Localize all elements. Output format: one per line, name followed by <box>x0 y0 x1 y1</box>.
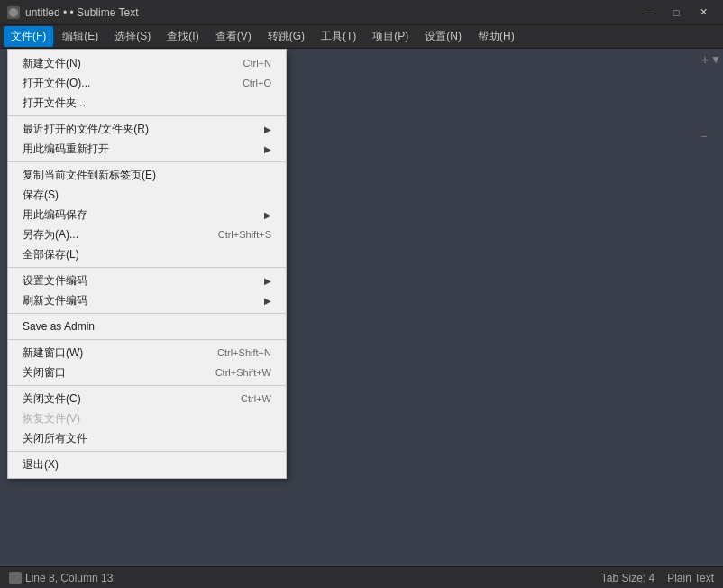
menu-refresh-encoding-arrow: ▶ <box>264 296 271 306</box>
status-left: Line 8, Column 13 <box>9 572 113 584</box>
separator-2 <box>8 161 286 162</box>
menu-save-as-label: 另存为(A)... <box>23 227 78 243</box>
svg-point-0 <box>9 8 18 17</box>
menu-recent-label: 最近打开的文件/文件夹(R) <box>23 122 149 137</box>
menu-save-encoding-arrow: ▶ <box>264 210 271 220</box>
menu-refresh-encoding[interactable]: 刷新文件编码 ▶ <box>8 290 286 310</box>
status-icon <box>9 572 22 584</box>
menu-set-encoding[interactable]: 设置文件编码 ▶ <box>8 271 286 290</box>
file-menu-dropdown: 新建文件(N) Ctrl+N 打开文件(O)... Ctrl+O 打开文件夹..… <box>7 49 287 479</box>
menu-revert-file: 恢复文件(V) <box>8 409 286 428</box>
status-tab-size[interactable]: Tab Size: 4 <box>601 572 654 584</box>
menu-open-file-label: 打开文件(O)... <box>23 76 90 91</box>
menu-recent-arrow: ▶ <box>264 124 271 134</box>
menu-copy-to-tab[interactable]: 复制当前文件到新标签页(E) <box>8 165 286 185</box>
close-button[interactable]: ✕ <box>691 4 716 22</box>
menu-save-as-admin-label: Save as Admin <box>23 320 95 333</box>
separator-5 <box>8 339 286 340</box>
menu-close-file[interactable]: 关闭文件(C) Ctrl+W <box>8 389 286 409</box>
menu-find[interactable]: 查找(I) <box>160 26 206 47</box>
menu-save[interactable]: 保存(S) <box>8 185 286 205</box>
menu-tools[interactable]: 工具(T) <box>314 26 363 47</box>
menu-help[interactable]: 帮助(H) <box>471 26 522 47</box>
menu-new-file-label: 新建文件(N) <box>23 56 81 71</box>
menu-new-window-shortcut: Ctrl+Shift+N <box>217 347 271 358</box>
menu-open-file[interactable]: 打开文件(O)... Ctrl+O <box>8 73 286 93</box>
line-indicator: – <box>701 130 707 141</box>
new-tab-button[interactable]: + <box>701 52 709 67</box>
app-icon <box>7 6 20 19</box>
minimize-button[interactable]: — <box>636 4 662 22</box>
menu-new-file-shortcut: Ctrl+N <box>243 58 271 69</box>
maximize-button[interactable]: □ <box>664 4 689 22</box>
separator-3 <box>8 267 286 268</box>
menu-close-all[interactable]: 关闭所有文件 <box>8 428 286 448</box>
status-encoding[interactable]: Plain Text <box>667 572 714 584</box>
status-line-col: Line 8, Column 13 <box>25 572 113 584</box>
menu-project[interactable]: 项目(P) <box>365 26 416 47</box>
menu-set-encoding-arrow: ▶ <box>264 276 271 286</box>
menu-bar: 文件(F) 编辑(E) 选择(S) 查找(I) 查看(V) 转跳(G) 工具(T… <box>0 25 723 49</box>
menu-close-window-label: 关闭窗口 <box>23 365 66 381</box>
menu-open-file-shortcut: Ctrl+O <box>243 78 271 88</box>
menu-close-file-shortcut: Ctrl+W <box>241 393 271 404</box>
menu-copy-to-tab-label: 复制当前文件到新标签页(E) <box>23 168 156 183</box>
menu-revert-file-label: 恢复文件(V) <box>23 411 80 427</box>
menu-new-file[interactable]: 新建文件(N) Ctrl+N <box>8 53 286 73</box>
menu-close-window-shortcut: Ctrl+Shift+W <box>215 367 271 378</box>
menu-settings[interactable]: 设置(N) <box>417 26 469 47</box>
menu-view[interactable]: 查看(V) <box>208 26 259 47</box>
separator-4 <box>8 313 286 314</box>
menu-select[interactable]: 选择(S) <box>107 26 158 47</box>
top-right-controls: + ▼ <box>701 52 721 67</box>
separator-7 <box>8 451 286 452</box>
title-text: untitled • • Sublime Text <box>25 6 139 19</box>
menu-save-label: 保存(S) <box>23 188 59 203</box>
separator-1 <box>8 115 286 116</box>
menu-reopen-encoding-arrow: ▶ <box>264 144 271 154</box>
menu-save-as-admin[interactable]: Save as Admin <box>8 317 286 336</box>
menu-refresh-encoding-label: 刷新文件编码 <box>23 293 87 308</box>
menu-close-window[interactable]: 关闭窗口 Ctrl+Shift+W <box>8 363 286 382</box>
status-bar: Line 8, Column 13 Tab Size: 4 Plain Text <box>0 566 723 588</box>
menu-set-encoding-label: 设置文件编码 <box>23 273 87 289</box>
menu-exit[interactable]: 退出(X) <box>8 455 286 474</box>
status-right: Tab Size: 4 Plain Text <box>601 572 714 584</box>
menu-new-window[interactable]: 新建窗口(W) Ctrl+Shift+N <box>8 343 286 363</box>
menu-save-as-shortcut: Ctrl+Shift+S <box>218 229 271 240</box>
menu-close-file-label: 关闭文件(C) <box>23 391 81 407</box>
menu-edit[interactable]: 编辑(E) <box>55 26 105 47</box>
menu-goto[interactable]: 转跳(G) <box>261 26 312 47</box>
menu-file[interactable]: 文件(F) <box>4 26 53 47</box>
title-bar: untitled • • Sublime Text — □ ✕ <box>0 0 723 25</box>
menu-open-folder-label: 打开文件夹... <box>23 96 86 111</box>
separator-6 <box>8 385 286 386</box>
menu-open-folder[interactable]: 打开文件夹... <box>8 93 286 113</box>
title-bar-left: untitled • • Sublime Text <box>7 6 139 19</box>
menu-new-window-label: 新建窗口(W) <box>23 345 83 361</box>
tab-list-button[interactable]: ▼ <box>710 53 721 66</box>
menu-close-all-label: 关闭所有文件 <box>23 431 87 446</box>
menu-save-as[interactable]: 另存为(A)... Ctrl+Shift+S <box>8 225 286 244</box>
menu-save-all-label: 全部保存(L) <box>23 247 79 262</box>
menu-save-encoding[interactable]: 用此编码保存 ▶ <box>8 205 286 225</box>
title-bar-right: — □ ✕ <box>636 4 716 22</box>
menu-save-encoding-label: 用此编码保存 <box>23 207 87 223</box>
menu-reopen-encoding-label: 用此编码重新打开 <box>23 142 109 157</box>
menu-reopen-encoding[interactable]: 用此编码重新打开 ▶ <box>8 139 286 159</box>
menu-recent[interactable]: 最近打开的文件/文件夹(R) ▶ <box>8 119 286 139</box>
menu-save-all[interactable]: 全部保存(L) <box>8 244 286 264</box>
menu-exit-label: 退出(X) <box>23 457 59 473</box>
